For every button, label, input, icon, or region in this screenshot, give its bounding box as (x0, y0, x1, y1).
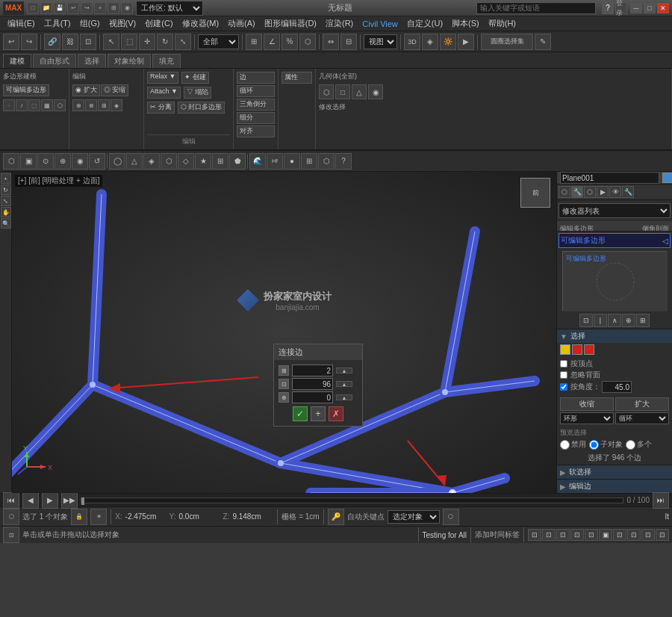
ico-2[interactable]: ▣ (20, 153, 37, 170)
modifier-list-dropdown[interactable]: 修改器列表 (559, 203, 671, 218)
nav-cube[interactable]: 前 (520, 178, 550, 208)
menu-customize[interactable]: 自定义(U) (402, 16, 447, 31)
rp-display-icon[interactable]: 👁 (609, 186, 621, 198)
select-target-dropdown[interactable]: 选定对象 (388, 510, 440, 524)
redo-icon[interactable]: ↪ (81, 2, 93, 14)
rp-utils-icon[interactable]: 🔧 (622, 186, 634, 198)
angle-snap[interactable]: ∠ (264, 34, 280, 50)
ring-select[interactable]: 环形 (560, 412, 614, 424)
menu-help[interactable]: 帮助(H) (484, 16, 520, 31)
rp-sub-icon5[interactable]: ⊞ (636, 314, 650, 327)
ico-11[interactable]: ◇ (178, 153, 194, 170)
menu-script[interactable]: 脚本(S) (447, 16, 484, 31)
shrink-btn[interactable]: ◎ 安缩 (101, 84, 129, 96)
ico-6[interactable]: ↺ (89, 153, 105, 170)
select-region-btn[interactable]: ⬚ (121, 34, 137, 50)
ico-9[interactable]: ◈ (143, 153, 160, 170)
menu-edit[interactable]: 编辑(E) (3, 16, 40, 31)
save-icon[interactable]: 💾 (54, 2, 66, 14)
rp-create-icon[interactable]: ⬡ (559, 186, 570, 198)
ico-7[interactable]: ◯ (109, 153, 125, 170)
editable-poly-row[interactable]: 可编辑多边形 ◁ (559, 233, 671, 248)
tool2-icon[interactable]: ⊞ (108, 2, 119, 14)
snap-toggle[interactable]: ⊞ (246, 34, 262, 50)
cap-poly-btn[interactable]: ⬡ 封口多边形 (178, 102, 225, 114)
expand-btn[interactable]: ◉ 扩大 (72, 84, 100, 96)
create-btn[interactable]: ✦ 创建 (181, 72, 209, 84)
bi-btn10[interactable]: ⊡ (656, 529, 669, 541)
menu-view[interactable]: 视图(V) (105, 16, 141, 31)
dialog-ok-button[interactable]: ✓ (293, 406, 308, 421)
align-btn2[interactable]: 对齐 (237, 125, 275, 137)
bind-btn[interactable]: ⊡ (80, 34, 96, 50)
open-icon[interactable]: 📁 (40, 2, 52, 14)
move-btn[interactable]: ✛ (139, 34, 155, 50)
ico-14[interactable]: ⬟ (229, 153, 246, 170)
collapse-btn[interactable]: ▽ 塌陷 (184, 87, 212, 99)
bi-btn5[interactable]: ⊡ (585, 529, 598, 541)
dialog-spin-up-2[interactable]: ▲ (336, 381, 352, 387)
lt-move[interactable]: + (1, 173, 11, 184)
menu-create[interactable]: 创建(C) (140, 16, 177, 31)
dialog-cancel-button[interactable]: ✗ (329, 406, 343, 421)
geo-icon1[interactable]: ⬡ (319, 84, 334, 99)
preview-subobj-option[interactable]: 子对象 (589, 439, 623, 450)
undo-btn[interactable]: ↩ (3, 34, 19, 50)
close-button[interactable]: ✕ (657, 3, 669, 13)
tab-fill[interactable]: 填充 (152, 54, 181, 68)
tab-select[interactable]: 选择 (78, 54, 106, 68)
half-btn[interactable]: 细分 (237, 112, 275, 124)
lt-scale[interactable]: ⤡ (1, 196, 11, 206)
properties-btn[interactable]: 属性 (281, 72, 312, 84)
edit-icon1[interactable]: ⊕ (72, 99, 84, 111)
menu-modifier[interactable]: 修改器(M) (178, 16, 224, 31)
rp-sub-icon4[interactable]: ⊕ (622, 314, 635, 327)
shrink-btn2[interactable]: 收缩 (560, 397, 614, 411)
loop-select[interactable]: 循环 (615, 412, 669, 424)
tool1-icon[interactable]: + (94, 2, 106, 14)
edge-btn[interactable]: 边 (237, 72, 275, 84)
poly-edge-icon[interactable]: / (16, 99, 28, 111)
align-btn[interactable]: ⊟ (340, 34, 357, 50)
keyframe-btn[interactable]: ⏭ (653, 492, 669, 509)
rp-sub-icon2[interactable]: | (594, 314, 607, 327)
percent-snap[interactable]: % (281, 34, 298, 50)
expand-btn2[interactable]: 扩大 (615, 397, 669, 411)
ico-20[interactable]: ? (335, 153, 352, 170)
3d-snap[interactable]: 3D (404, 34, 420, 50)
rp-sub-icon3[interactable]: ∧ (608, 314, 621, 327)
dialog-spin-up-1[interactable]: ▲ (336, 368, 352, 373)
dialog-add-button[interactable]: + (311, 406, 326, 421)
ico-16[interactable]: Hf (267, 153, 283, 170)
poly-vertex-icon[interactable]: · (3, 99, 15, 111)
menu-animation[interactable]: 动画(A) (223, 16, 260, 31)
prev-frame[interactable]: ◀ (22, 492, 39, 509)
geo-icon3[interactable]: △ (352, 84, 367, 99)
poly-editable-btn[interactable]: 可编辑多边形 (3, 84, 49, 96)
object-name-input[interactable] (560, 172, 659, 184)
view-select[interactable]: 视图 (364, 34, 397, 49)
edit-icon2[interactable]: ⊗ (85, 99, 97, 111)
scale-btn[interactable]: ⤡ (175, 34, 191, 50)
menu-render[interactable]: 渲染(R) (321, 16, 358, 31)
dialog-input-3[interactable] (292, 391, 333, 403)
rp-hierarchy-icon[interactable]: ⬡ (584, 186, 596, 198)
poly-element-icon[interactable]: ⬡ (54, 99, 66, 111)
name-sel-btn[interactable]: ✎ (535, 34, 551, 50)
ico-4[interactable]: ⊕ (55, 153, 71, 170)
edit-icon3[interactable]: ⊞ (98, 99, 110, 111)
ico-1[interactable]: ⬡ (3, 153, 19, 170)
dialog-input-2[interactable] (292, 378, 333, 390)
play-btn[interactable]: ⏮ (3, 492, 19, 509)
menu-tools[interactable]: 工具(T) (40, 16, 75, 31)
poly-face-icon[interactable]: ▦ (41, 99, 53, 111)
lt-zoom[interactable]: 🔍 (1, 218, 11, 229)
login-icon[interactable]: 登录 (615, 2, 627, 14)
key-icon[interactable]: 🔑 (328, 509, 344, 525)
ico-8[interactable]: △ (126, 153, 143, 170)
rp-sub-icon1[interactable]: ⊡ (579, 314, 593, 327)
preview-none-option[interactable]: 禁用 (560, 439, 586, 450)
attach-btn[interactable]: Attach ▼ (147, 87, 181, 99)
bi-btn9[interactable]: ⊡ (641, 529, 655, 541)
help-icon[interactable]: ? (602, 2, 614, 14)
